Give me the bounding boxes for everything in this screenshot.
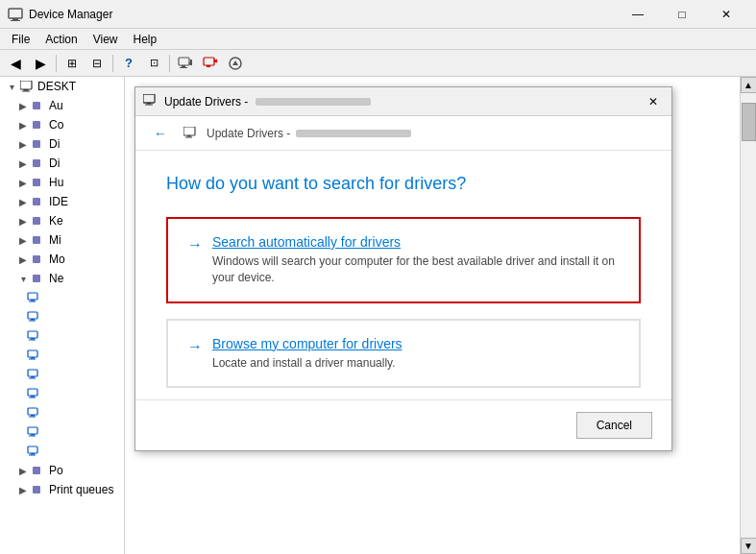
toolbar-sep-2: [112, 55, 113, 72]
tree-ne-device-3[interactable]: [0, 326, 124, 346]
right-scrollbar[interactable]: ▲ ▼: [740, 77, 756, 554]
tree-expand-dis2[interactable]: ▶: [15, 156, 31, 171]
tree-item-hu[interactable]: ▶ Hu: [0, 173, 124, 192]
tree-expand-comp[interactable]: ▶: [15, 117, 31, 132]
tree-ne-device-5[interactable]: [0, 365, 124, 384]
tree-dis1-label: Di: [49, 137, 60, 151]
dialog-close-button[interactable]: ✕: [643, 91, 664, 112]
toolbar-update[interactable]: [174, 53, 197, 74]
svg-rect-0: [9, 9, 22, 18]
toolbar-download[interactable]: [224, 53, 247, 74]
svg-rect-37: [31, 357, 35, 359]
dialog-title: Update Drivers -: [164, 95, 643, 108]
scroll-up-button[interactable]: ▲: [741, 77, 757, 93]
tree-expand-hu[interactable]: ▶: [15, 175, 31, 190]
search-auto-title[interactable]: Search automatically for drivers: [212, 234, 620, 250]
tree-expand-ne[interactable]: ▾: [15, 271, 31, 286]
toolbar-properties[interactable]: ⊡: [142, 53, 165, 74]
svg-rect-33: [28, 331, 37, 338]
tree-ne-device-2[interactable]: [0, 307, 124, 326]
svg-rect-45: [28, 408, 37, 415]
menu-help[interactable]: Help: [126, 31, 165, 48]
tree-item-mi[interactable]: ▶ Mi: [0, 230, 124, 250]
svg-rect-32: [29, 320, 36, 321]
toolbar-uninstall[interactable]: [199, 53, 222, 74]
svg-rect-28: [31, 300, 35, 301]
svg-rect-34: [31, 338, 35, 340]
dialog-breadcrumb: Update Drivers -: [182, 124, 411, 143]
svg-rect-47: [29, 416, 36, 417]
tree-ne-device-8[interactable]: [0, 422, 124, 442]
tree-ne-device-6[interactable]: [0, 384, 124, 403]
tree-item-ne[interactable]: ▾ Ne: [0, 269, 124, 288]
toolbar-sep-1: [56, 55, 57, 72]
net-device-icon-5: [27, 367, 42, 382]
dis1-icon: [31, 136, 46, 152]
scroll-thumb[interactable]: [742, 103, 756, 141]
toolbar-forward[interactable]: ▶: [29, 53, 52, 74]
tree-item-comp[interactable]: ▶ Co: [0, 115, 124, 134]
dialog-footer: Cancel: [135, 399, 671, 450]
cancel-button[interactable]: Cancel: [576, 412, 652, 439]
tree-expand-audio[interactable]: ▶: [15, 98, 31, 113]
dialog-back-button[interactable]: ←: [147, 120, 174, 147]
tree-item-po[interactable]: ▶ Po: [0, 461, 124, 480]
tree-root[interactable]: ▾ DESKT: [0, 77, 124, 96]
tree-item-print[interactable]: ▶ Print queues: [0, 480, 124, 499]
browse-manual-title[interactable]: Browse my computer for drivers: [212, 336, 402, 351]
svg-rect-16: [22, 91, 30, 92]
toolbar-expand[interactable]: ⊞: [61, 53, 84, 74]
tree-expand-print[interactable]: ▶: [15, 482, 31, 497]
comp-icon: [31, 117, 46, 132]
tree-expand-root[interactable]: ▾: [4, 79, 19, 94]
mi-icon: [31, 232, 46, 248]
menu-file[interactable]: File: [4, 31, 37, 48]
browse-manual-link: → Browse my computer for drivers Locate …: [187, 336, 620, 372]
tree-ne-device-7[interactable]: [0, 403, 124, 422]
tree-item-audio[interactable]: ▶ Au: [0, 96, 124, 115]
main-area: ▾ DESKT ▶ Au ▶ Co: [0, 77, 756, 554]
tree-item-mo[interactable]: ▶ Mo: [0, 250, 124, 269]
tree-expand-mo[interactable]: ▶: [15, 252, 31, 267]
svg-rect-25: [33, 255, 40, 263]
svg-rect-35: [29, 339, 36, 340]
toolbar-collapse[interactable]: ⊟: [85, 53, 109, 74]
tree-expand-dis1[interactable]: ▶: [15, 136, 31, 152]
hu-icon: [31, 175, 46, 190]
tree-expand-po[interactable]: ▶: [15, 463, 31, 478]
svg-rect-41: [29, 377, 36, 378]
svg-marker-13: [232, 60, 238, 65]
tree-item-ide[interactable]: ▶ IDE: [0, 192, 124, 211]
tree-item-ke[interactable]: ▶ Ke: [0, 211, 124, 230]
maximize-button[interactable]: □: [660, 0, 704, 29]
tree-expand-mi[interactable]: ▶: [15, 232, 31, 248]
search-auto-desc: Windows will search your computer for th…: [212, 253, 620, 286]
close-button[interactable]: ✕: [704, 0, 748, 29]
tree-expand-ide[interactable]: ▶: [15, 194, 31, 209]
net-device-icon-3: [27, 328, 42, 344]
scroll-track[interactable]: [741, 93, 756, 538]
browse-manual-arrow: →: [187, 338, 203, 355]
tree-ne-device-4[interactable]: [0, 346, 124, 365]
tree-ne-device-9[interactable]: [0, 442, 124, 461]
scroll-down-button[interactable]: ▼: [741, 538, 757, 554]
menu-action[interactable]: Action: [37, 31, 85, 48]
tree-item-dis2[interactable]: ▶ Di: [0, 154, 124, 173]
minimize-button[interactable]: —: [616, 0, 660, 29]
menu-view[interactable]: View: [85, 31, 126, 48]
toolbar-sep-3: [169, 55, 170, 72]
tree-expand-ke[interactable]: ▶: [15, 213, 31, 229]
svg-rect-17: [33, 102, 40, 109]
net-device-icon-7: [27, 405, 42, 421]
tree-root-label: DESKT: [37, 80, 76, 93]
tree-item-dis1[interactable]: ▶ Di: [0, 134, 124, 154]
tree-ne-device-1[interactable]: [0, 288, 124, 307]
toolbar-help[interactable]: ?: [117, 53, 140, 74]
title-bar: Device Manager — □ ✕: [0, 0, 756, 29]
svg-rect-39: [28, 370, 37, 376]
print-icon: [31, 482, 46, 497]
toolbar-back[interactable]: ◀: [4, 53, 27, 74]
search-auto-option[interactable]: → Search automatically for drivers Windo…: [166, 217, 641, 303]
browse-manual-option[interactable]: → Browse my computer for drivers Locate …: [166, 319, 641, 389]
svg-rect-36: [28, 350, 37, 357]
